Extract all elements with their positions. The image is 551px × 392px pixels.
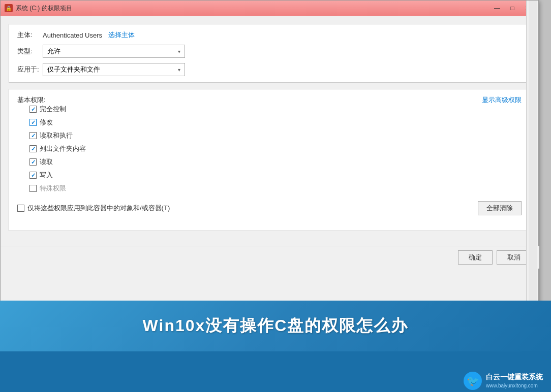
main-window: 🔒 系统 (C:) 的权限项目 — □ ✕ 主体: Authenticated … — [0, 0, 539, 320]
window-body: 主体: Authenticated Users 选择主体 类型: 允许 ▾ 应用… — [1, 16, 538, 239]
checkbox-modify[interactable] — [29, 119, 37, 126]
checkbox-label-read-execute: 读取和执行 — [40, 131, 73, 140]
checkbox-row-modify: 修改 — [29, 118, 522, 127]
apply-dropdown-value: 仅子文件夹和文件 — [47, 65, 178, 74]
window-icon: 🔒 — [5, 4, 13, 12]
banner-text: Win10x没有操作C盘的权限怎么办 — [143, 315, 409, 337]
brand-bird-icon: 🐦 — [467, 375, 479, 387]
clear-all-button[interactable]: 全部清除 — [478, 201, 522, 215]
checkbox-full-control[interactable] — [29, 106, 37, 113]
checkbox-special[interactable] — [29, 185, 37, 192]
type-dropdown-arrow: ▾ — [178, 49, 180, 54]
brand-name: 白云一键重装系统 — [486, 372, 543, 382]
principal-section: 主体: Authenticated Users 选择主体 类型: 允许 ▾ 应用… — [9, 24, 530, 83]
checkbox-label-full-control: 完全控制 — [40, 105, 66, 114]
apply-only-label: 仅将这些权限应用到此容器中的对象和/或容器(T) — [27, 204, 170, 213]
type-dropdown[interactable]: 允许 ▾ — [43, 45, 185, 58]
window-title: 系统 (C:) 的权限项目 — [16, 4, 491, 13]
type-row: 类型: 允许 ▾ — [17, 45, 522, 58]
apply-label: 应用于: — [17, 65, 43, 74]
subject-label: 主体: — [17, 30, 43, 40]
subject-value: Authenticated Users — [43, 31, 102, 39]
ok-button[interactable]: 确定 — [458, 250, 493, 265]
checkbox-row-special: 特殊权限 — [29, 184, 522, 193]
checkbox-row-write: 写入 — [29, 171, 522, 180]
footer-buttons: 确定 取消 — [1, 246, 539, 269]
permissions-checkbox-list: 完全控制 修改 读取和执行 列出文件夹内容 读取 — [29, 105, 522, 193]
checkbox-row-list-folder: 列出文件夹内容 — [29, 144, 522, 153]
select-principal-link[interactable]: 选择主体 — [108, 30, 135, 40]
type-dropdown-value: 允许 — [47, 47, 178, 56]
show-advanced-link[interactable]: 显示高级权限 — [482, 95, 522, 105]
minimize-button[interactable]: — — [491, 3, 504, 14]
checkbox-label-special: 特殊权限 — [40, 184, 66, 193]
bottom-row: 仅将这些权限应用到此容器中的对象和/或容器(T) 全部清除 — [17, 201, 522, 215]
brand-url: www.baiyunxitong.com — [486, 382, 543, 389]
permissions-header: 基本权限: — [17, 96, 46, 104]
type-label: 类型: — [17, 47, 43, 56]
brand-text-block: 白云一键重装系统 www.baiyunxitong.com — [486, 372, 543, 389]
scrollbar-track[interactable] — [529, 1, 537, 320]
apply-only-checkbox[interactable] — [17, 205, 24, 212]
permissions-section: 基本权限: 显示高级权限 完全控制 修改 读取和执行 列出文件夹内容 — [9, 89, 530, 231]
checkbox-label-list-folder: 列出文件夹内容 — [40, 144, 86, 153]
brand-logo: 🐦 白云一键重装系统 www.baiyunxitong.com — [464, 372, 543, 390]
checkbox-row-read-execute: 读取和执行 — [29, 131, 522, 140]
apply-row: 应用于: 仅子文件夹和文件 ▾ — [17, 63, 522, 76]
checkbox-list-folder[interactable] — [29, 145, 37, 152]
checkbox-label-write: 写入 — [40, 171, 53, 180]
checkbox-write[interactable] — [29, 172, 37, 179]
checkbox-read-execute[interactable] — [29, 132, 37, 139]
brand-icon: 🐦 — [464, 372, 482, 390]
title-bar: 🔒 系统 (C:) 的权限项目 — □ ✕ — [1, 1, 538, 16]
subject-row: 主体: Authenticated Users 选择主体 — [17, 30, 522, 40]
checkbox-row-full-control: 完全控制 — [29, 105, 522, 114]
checkbox-row-read: 读取 — [29, 157, 522, 167]
banner: Win10x没有操作C盘的权限怎么办 — [0, 301, 551, 351]
apply-dropdown[interactable]: 仅子文件夹和文件 ▾ — [43, 63, 185, 76]
right-sidebar-scrollbar — [526, 1, 538, 320]
checkbox-label-modify: 修改 — [40, 118, 53, 127]
checkbox-read[interactable] — [29, 158, 37, 166]
maximize-button[interactable]: □ — [506, 3, 519, 14]
apply-dropdown-arrow: ▾ — [178, 67, 180, 73]
checkbox-label-read: 读取 — [40, 157, 53, 167]
footer-bar: 🐦 白云一键重装系统 www.baiyunxitong.com — [0, 351, 551, 392]
